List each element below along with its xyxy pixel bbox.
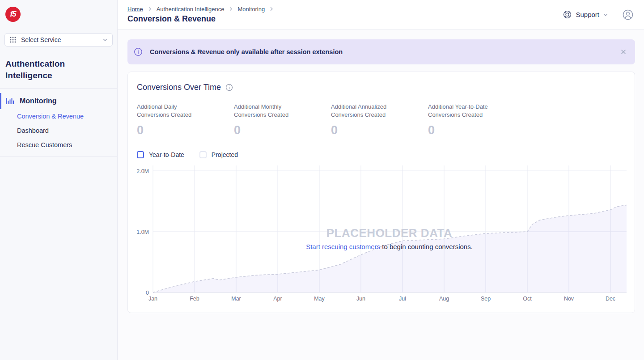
chart-filters: Year-to-Date Projected [137,151,626,158]
stat-additional-monthly: Additional Monthly Conversions Created 0 [234,103,331,137]
page-content: Conversions & Revenue only available aft… [118,30,644,360]
header-right: Support [563,8,634,21]
sidebar-divider [0,88,117,89]
stat-value: 0 [137,123,234,137]
grid-icon [9,36,17,43]
lifebuoy-icon [563,10,572,19]
info-icon [134,47,143,56]
stat-label: Additional Year-to-Date Conversions Crea… [428,103,500,119]
x-axis-label: Sep [481,296,491,302]
x-axis-label: Jan [148,296,157,302]
placeholder-note: Start rescuing customers to begin counti… [153,243,626,250]
stat-label: Additional Annualized Conversions Create… [331,103,402,119]
x-axis-label: Dec [606,296,615,302]
y-axis-label: 2.0M [137,168,149,174]
chart-placeholder-overlay: PLACEHOLDER DATA Start rescuing customer… [153,226,626,250]
filter-label: Projected [212,151,238,158]
bar-chart-icon [5,97,14,106]
year-to-date-checkbox[interactable] [137,151,144,158]
stat-additional-ytd: Additional Year-to-Date Conversions Crea… [428,103,525,137]
support-label: Support [576,11,599,18]
x-axis-label: May [314,296,325,302]
stat-value: 0 [428,123,525,137]
close-icon[interactable] [621,49,626,55]
x-axis-label: Feb [190,296,199,302]
stat-additional-daily: Additional Daily Conversions Created 0 [137,103,234,137]
filter-year-to-date: Year-to-Date [137,151,184,158]
breadcrumb-auth-intelligence[interactable]: Authentication Intelligence [157,6,225,13]
sidebar-item-rescue-customers[interactable]: Rescue Customers [0,138,117,152]
stats-row: Additional Daily Conversions Created 0 A… [137,103,626,137]
x-axis-label: Nov [564,296,574,302]
start-rescuing-customers-link[interactable]: Start rescuing customers [306,243,380,250]
x-axis-label: Apr [273,296,282,302]
placeholder-title: PLACEHOLDER DATA [153,226,626,240]
header-left: Home Authentication Intelligence Monitor… [127,6,274,24]
user-avatar-button[interactable] [622,8,634,21]
conversions-chart: JanFebMarAprMayJunJulAugSepOctNovDec01.0… [137,165,626,307]
service-selector-label: Select Service [21,36,61,43]
x-axis-label: Jul [399,296,406,302]
chevron-down-icon [603,12,608,17]
conversions-over-time-card: Conversions Over Time Additional Daily C… [127,72,635,313]
support-menu[interactable]: Support [563,10,608,19]
page-header: Home Authentication Intelligence Monitor… [118,0,644,30]
filter-projected: Projected [199,151,238,158]
sidebar-item-dashboard[interactable]: Dashboard [0,123,117,138]
page-title: Conversion & Revenue [127,14,274,24]
info-icon[interactable] [225,84,233,91]
y-axis-label: 0 [146,290,149,296]
stat-label: Additional Daily Conversions Created [137,103,208,119]
breadcrumb: Home Authentication Intelligence Monitor… [127,6,274,13]
sidebar-app-title: Authentication Intelligence [5,58,110,81]
sidebar-section-label: Monitoring [20,97,57,105]
x-axis-label: Mar [231,296,241,302]
filter-label: Year-to-Date [149,151,184,158]
x-axis-label: Oct [523,296,532,302]
chevron-right-icon [269,6,274,12]
app-root: f5 Select Service Authentication Intelli… [0,0,644,360]
f5-logo: f5 [5,7,21,22]
service-selector[interactable]: Select Service [4,33,113,47]
sidebar-section-monitoring[interactable]: Monitoring [0,93,117,109]
projected-checkbox[interactable] [199,151,207,158]
f5-logo-text: f5 [10,10,16,19]
breadcrumb-monitoring[interactable]: Monitoring [237,6,265,13]
stat-value: 0 [234,123,331,137]
chevron-down-icon [102,37,108,42]
x-axis-label: Aug [439,296,449,302]
sidebar-divider [0,156,117,157]
sidebar: f5 Select Service Authentication Intelli… [0,0,118,360]
stat-value: 0 [331,123,428,137]
x-axis-label: Jun [356,296,365,302]
card-title: Conversions Over Time [137,83,221,92]
main-area: Home Authentication Intelligence Monitor… [118,0,644,360]
chevron-right-icon [147,6,153,12]
sidebar-item-conversion-revenue[interactable]: Conversion & Revenue [0,109,117,123]
stat-additional-annualized: Additional Annualized Conversions Create… [331,103,428,137]
banner-message: Conversions & Revenue only available aft… [150,48,343,55]
placeholder-note-rest: to begin counting conversions. [380,243,473,250]
y-axis-label: 1.0M [137,229,149,235]
stat-label: Additional Monthly Conversions Created [234,103,305,119]
info-banner: Conversions & Revenue only available aft… [127,39,635,64]
chevron-right-icon [228,6,233,12]
breadcrumb-home-link[interactable]: Home [127,6,143,13]
